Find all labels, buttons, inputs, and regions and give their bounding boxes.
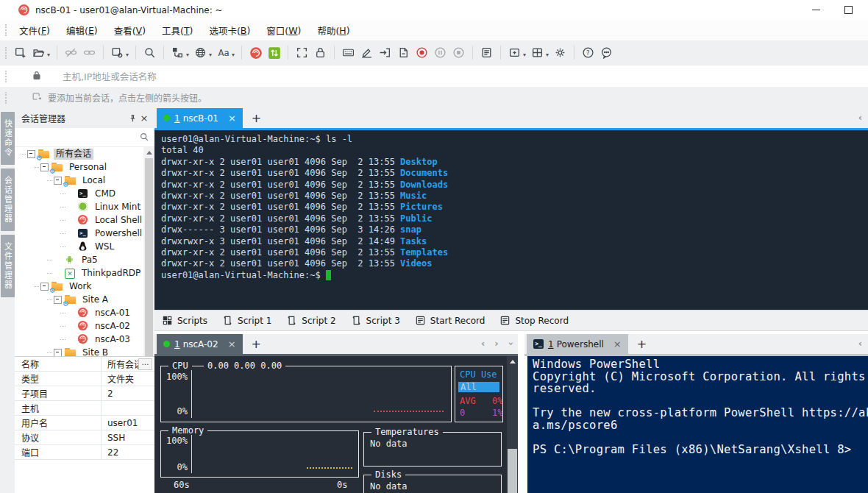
- tree-item-Linux-Mint[interactable]: Linux Mint: [15, 200, 154, 213]
- new-tab-icon[interactable]: [506, 44, 523, 62]
- new-tab-button[interactable]: +: [252, 337, 261, 351]
- tree-item-所有会话[interactable]: ⚙所有会话: [15, 147, 154, 160]
- monitor-terminal[interactable]: CPU 0.00 0.00 0.00 100% 0% CPU Use All A…: [154, 356, 518, 493]
- menu-W[interactable]: 窗口(W): [258, 20, 309, 40]
- new-tab-button[interactable]: +: [252, 111, 261, 125]
- menu-V[interactable]: 查看(V): [106, 20, 154, 40]
- side-tab-2[interactable]: 会话管理器: [1, 169, 15, 231]
- menu-B[interactable]: 选项卡(B): [201, 20, 258, 40]
- tab-close-icon[interactable]: ×: [613, 339, 622, 349]
- settings-icon[interactable]: [552, 44, 569, 62]
- toolbar-grip[interactable]: [5, 47, 7, 59]
- tree-item-Powershell[interactable]: >_Powershell: [15, 227, 154, 240]
- tab-scroll-left-icon[interactable]: ‹: [858, 338, 862, 349]
- collapse-icon[interactable]: [27, 150, 35, 158]
- new-session-icon[interactable]: [12, 44, 29, 62]
- font-dropdown-icon[interactable]: ▾: [232, 52, 235, 58]
- property-value[interactable]: 文件夹: [102, 372, 154, 386]
- log-icon[interactable]: [478, 44, 495, 62]
- xftp-icon[interactable]: [266, 44, 282, 62]
- transfer-dropdown-icon[interactable]: ▾: [186, 52, 189, 58]
- send-text-icon[interactable]: [377, 44, 394, 62]
- property-value[interactable]: [102, 401, 154, 415]
- script-icon[interactable]: [395, 44, 412, 62]
- tree-item-Site-A[interactable]: ⚙Site A: [15, 293, 154, 306]
- side-tab-3[interactable]: 文件管理器: [1, 235, 15, 297]
- compose-icon[interactable]: [358, 44, 375, 62]
- addressbar-grip[interactable]: [5, 71, 7, 82]
- xshell-icon[interactable]: [247, 44, 264, 62]
- script-button-stop-record[interactable]: Stop Record: [499, 315, 569, 326]
- session-properties-dropdown-icon[interactable]: ▾: [126, 52, 129, 58]
- property-value[interactable]: 22: [102, 445, 154, 459]
- side-tab-1[interactable]: 快速命令: [1, 112, 15, 165]
- record-icon[interactable]: [413, 44, 430, 62]
- more-button[interactable]: …: [138, 358, 152, 370]
- collapse-icon[interactable]: [54, 349, 62, 357]
- tree-item-nscA-02[interactable]: nscA-02: [15, 319, 154, 333]
- script-button-scripts[interactable]: Scripts: [162, 315, 207, 326]
- tab-list-icon[interactable]: ‹: [505, 341, 515, 345]
- tab-nscB-01[interactable]: 1nscB-01 ×: [157, 108, 243, 128]
- cpu-use-all-row[interactable]: All: [458, 382, 499, 392]
- property-value[interactable]: SSH: [102, 430, 154, 444]
- tree-item-Personal[interactable]: ⚙Personal: [15, 160, 154, 174]
- session-properties-icon[interactable]: [109, 44, 126, 62]
- tree-vertical-scrollbar[interactable]: [143, 147, 154, 386]
- tree-item-nscA-01[interactable]: nscA-01: [15, 306, 154, 319]
- fullscreen-icon[interactable]: [294, 44, 310, 62]
- menu-T[interactable]: 工具(T): [154, 20, 201, 40]
- tree-item-CMD[interactable]: >_CMD: [15, 187, 154, 200]
- collapse-icon[interactable]: [54, 177, 62, 185]
- collapse-icon[interactable]: [40, 283, 49, 291]
- menu-H[interactable]: 帮助(H): [309, 20, 357, 40]
- infobar-grip[interactable]: [5, 92, 7, 104]
- keyboard-icon[interactable]: [340, 44, 357, 62]
- tree-item-ThinkpadRDP[interactable]: ✕ThinkpadRDP: [15, 266, 154, 280]
- web-icon[interactable]: [192, 44, 209, 62]
- tree-item-Local[interactable]: ⚙Local: [15, 174, 154, 187]
- script-button-script-3[interactable]: Script 3: [351, 315, 400, 326]
- script-button-script-2[interactable]: Script 2: [286, 315, 335, 326]
- menubar-grip[interactable]: [5, 24, 7, 36]
- script-button-script-1[interactable]: Script 1: [222, 315, 271, 326]
- monitor-scroll-thumb[interactable]: [508, 449, 517, 493]
- terminal-nscB-01[interactable]: user01@alan-Virtual-Machine:~$ ls -l tot…: [154, 130, 868, 310]
- find-icon[interactable]: [141, 44, 158, 62]
- feedback-icon[interactable]: [598, 44, 615, 62]
- tab-scroll-left-icon[interactable]: ‹: [858, 113, 862, 123]
- web-dropdown-icon[interactable]: ▾: [209, 52, 212, 58]
- tree-item-Pa5[interactable]: Pa5: [15, 253, 154, 266]
- close-panel-icon[interactable]: ×: [138, 113, 150, 124]
- scroll-up-icon[interactable]: [146, 151, 152, 155]
- menu-E[interactable]: 编辑(E): [58, 20, 106, 40]
- tab-scroll-left-icon[interactable]: ‹: [481, 338, 485, 349]
- new-tab-dropdown-icon[interactable]: ▾: [523, 52, 526, 58]
- open-folder-dropdown-icon[interactable]: ▾: [47, 52, 50, 58]
- tab-nscA-02[interactable]: 1nscA-02 ×: [157, 334, 243, 354]
- open-folder-icon[interactable]: [30, 44, 47, 62]
- tile-layout-icon[interactable]: [529, 44, 546, 62]
- tree-item-Work[interactable]: ⚙Work: [15, 280, 154, 293]
- script-button-start-record[interactable]: Start Record: [415, 315, 485, 326]
- collapse-icon[interactable]: [40, 163, 49, 171]
- property-value[interactable]: 所有会话…: [102, 357, 154, 371]
- powershell-terminal[interactable]: Windows PowerShell Copyright (C) Microso…: [524, 356, 868, 493]
- tree-item-WSL[interactable]: WSL: [15, 240, 154, 253]
- property-value[interactable]: user01: [102, 416, 154, 430]
- minimize-button[interactable]: [802, 0, 830, 20]
- tab-powershell[interactable]: >_ 1Powershell ×: [527, 334, 628, 354]
- menu-F[interactable]: 文件(F): [11, 20, 58, 40]
- maximize-button[interactable]: [834, 0, 862, 20]
- tab-close-icon[interactable]: ×: [228, 339, 236, 349]
- tile-layout-dropdown-icon[interactable]: ▾: [546, 52, 549, 58]
- font-icon[interactable]: Aa: [215, 44, 232, 62]
- scroll-up-icon[interactable]: [510, 360, 516, 363]
- lock-icon[interactable]: [312, 44, 329, 62]
- tree-item-Local-Shell[interactable]: Local Shell: [15, 213, 154, 227]
- pin-icon[interactable]: [127, 113, 138, 124]
- host-input[interactable]: [61, 71, 868, 83]
- tree-vscroll-thumb[interactable]: [145, 158, 153, 370]
- new-tab-button[interactable]: +: [637, 337, 647, 351]
- collapse-icon[interactable]: [54, 296, 62, 304]
